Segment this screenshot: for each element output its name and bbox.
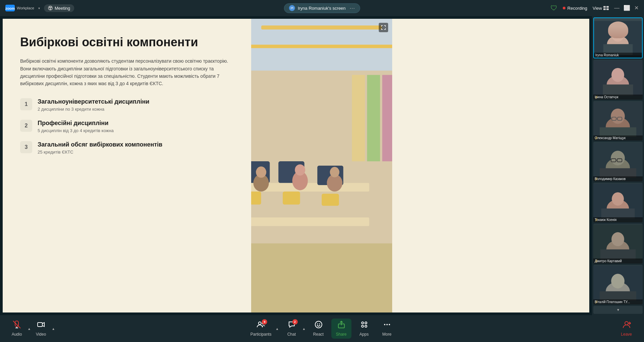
svg-point-73 (315, 321, 322, 328)
svg-point-84 (625, 322, 628, 325)
video-icon (37, 321, 45, 331)
item-desc-3: 25 кредитів ЄКТС (38, 150, 163, 155)
svg-rect-17 (251, 243, 392, 312)
svg-rect-69 (38, 323, 42, 327)
react-button[interactable]: React (308, 319, 328, 339)
screen-share-label: Iryna Romaniuk's screen (298, 6, 346, 11)
participant-tile-3[interactable]: ⚡ Володимир Казаков (593, 142, 643, 181)
apps-button[interactable]: Apps (354, 319, 374, 339)
participant-tile-5[interactable]: ⚡ Дмитро Картавий (593, 224, 643, 263)
participant-tile-6[interactable]: ⚡ Віталій Платошин ТУ... (593, 265, 643, 304)
item-number-2: 2 (20, 120, 32, 132)
leave-icon (622, 321, 631, 331)
participant-tile-1[interactable]: ⚡ Ірина Остапчук (593, 60, 643, 99)
zoom-logo-icon: zoom (5, 5, 15, 11)
screen-share-pill[interactable]: IR Iryna Romaniuk's screen ⋯ (284, 3, 360, 13)
recording-label: Recording (567, 6, 587, 11)
top-bar: zoom Workplace ▾ Meeting IR Iryna Romani… (0, 0, 644, 16)
more-button[interactable]: More (377, 319, 397, 339)
svg-rect-6 (603, 6, 606, 8)
svg-point-74 (317, 324, 318, 325)
svg-point-83 (388, 324, 390, 325)
participant-name-3: Володимир Казаков (593, 176, 643, 181)
participant-bg-0 (594, 18, 642, 58)
svg-point-24 (256, 167, 266, 178)
participants-badge: 9 (262, 319, 267, 325)
chat-badge: 2 (292, 319, 297, 325)
svg-point-77 (361, 322, 363, 324)
view-label: View (593, 6, 602, 11)
chat-chevron[interactable]: ▲ (302, 327, 306, 331)
item-number-3: 3 (20, 141, 32, 153)
participant-tile-2[interactable]: ⚡ Олександр Матіщук (593, 101, 643, 140)
window-controls: — ⬜ ✕ (614, 5, 639, 11)
participant-avatar-4 (593, 183, 643, 220)
view-button[interactable]: View (593, 6, 609, 11)
participant-name-1: Ірина Остапчук (593, 95, 643, 100)
video-chevron[interactable]: ▲ (52, 327, 55, 331)
svg-rect-18 (251, 183, 369, 192)
leave-label: Leave (621, 332, 632, 337)
audio-button[interactable]: Audio (7, 319, 27, 339)
participant-name-0: Iryna Romaniuk (594, 53, 642, 58)
shield-icon: 🛡 (551, 4, 557, 12)
share-label: Share (336, 332, 347, 337)
dropdown-chevron[interactable]: ▾ (38, 6, 40, 10)
participant-avatar-0 (594, 18, 642, 58)
more-label: More (382, 332, 392, 337)
fullscreen-icon (381, 25, 386, 30)
svg-point-38 (611, 68, 624, 82)
minimize-button[interactable]: — (614, 5, 619, 11)
participant-name-6: Віталій Платошин ТУ... (593, 299, 643, 304)
audio-label: Audio (12, 332, 22, 337)
participant-avatar-6 (593, 265, 643, 302)
svg-rect-8 (603, 8, 606, 10)
screen-share-options[interactable]: ⋯ (350, 5, 355, 11)
bottom-toolbar: Audio ▲ Video ▲ (0, 315, 644, 342)
svg-rect-9 (606, 8, 609, 10)
top-right-controls: 🛡 Recording View — ⬜ ✕ (551, 4, 639, 12)
svg-rect-7 (606, 6, 609, 8)
zoom-logo: zoom Workplace (5, 5, 34, 11)
svg-point-79 (361, 325, 363, 327)
item-text-2: Професійні дисципліни 5 дисциплін від 3 … (38, 120, 113, 133)
item-title-3: Загальний обсяг вибіркових компонентів (38, 141, 163, 148)
scroll-down-button[interactable]: ▾ (593, 306, 643, 314)
slide-item-2: 2 Професійні дисципліни 5 дисциплін від … (20, 120, 234, 133)
apps-icon (360, 321, 368, 331)
screen-share-avatar: IR (289, 5, 295, 11)
more-icon (383, 321, 391, 331)
maximize-button[interactable]: ⬜ (624, 5, 630, 11)
svg-point-60 (611, 232, 624, 246)
participants-chevron[interactable]: ▲ (275, 327, 279, 331)
item-title-1: Загальноуніверситетські дисципліни (38, 98, 149, 105)
video-button[interactable]: Video (31, 319, 51, 339)
slide-image (251, 19, 392, 312)
participants-button[interactable]: 9 Participants (247, 319, 275, 339)
participant-tile-0[interactable]: Iryna Romaniuk (593, 17, 643, 58)
participant-name-5: Дмитро Картавий (593, 259, 643, 264)
close-button[interactable]: ✕ (634, 5, 639, 11)
item-desc-1: 2 дисципліни по 3 кредити кожна (38, 107, 149, 112)
participant-tile-4[interactable]: ⚡ Токаюк Ксенія (593, 183, 643, 222)
svg-rect-14 (367, 75, 380, 161)
audio-icon (13, 321, 21, 331)
chat-icon: 2 (287, 321, 295, 331)
meeting-button[interactable]: Meeting (44, 4, 74, 12)
svg-point-28 (330, 167, 339, 177)
app-subtitle: Workplace (17, 6, 34, 10)
chat-button[interactable]: 2 Chat (281, 319, 302, 339)
participant-avatar-5 (593, 224, 643, 261)
svg-point-42 (611, 108, 625, 124)
item-title-2: Професійні дисципліни (38, 120, 113, 127)
audio-chevron[interactable]: ▲ (28, 327, 31, 331)
svg-point-4 (50, 7, 52, 8)
meeting-icon (48, 6, 53, 10)
fullscreen-button[interactable] (379, 23, 388, 32)
apps-label: Apps (360, 332, 369, 337)
slide-image-inner (251, 19, 392, 312)
leave-button[interactable]: Leave (615, 319, 637, 339)
share-button[interactable]: Share (331, 319, 351, 339)
participant-name-2: Олександр Матіщук (593, 135, 643, 140)
video-label: Video (36, 332, 46, 337)
